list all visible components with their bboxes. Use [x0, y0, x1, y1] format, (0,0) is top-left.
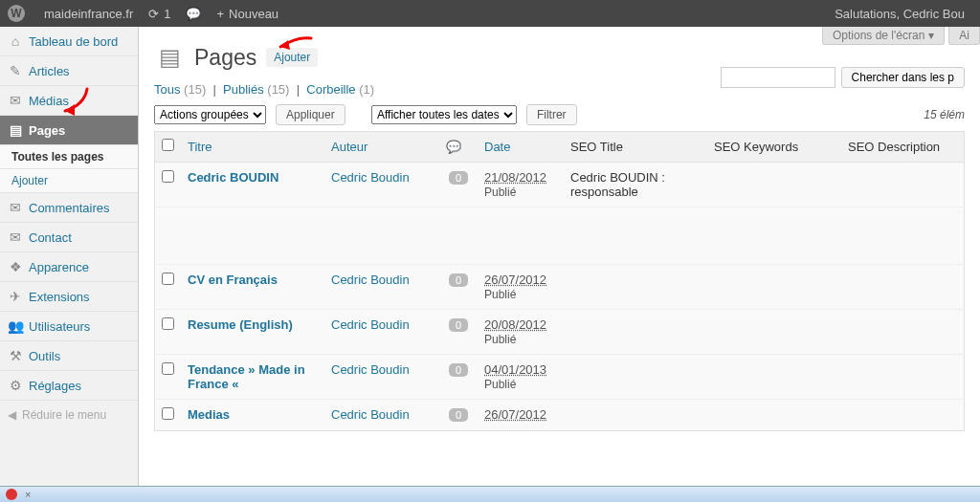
row-seo-keywords [707, 355, 841, 400]
filter-published-count: (15) [267, 82, 289, 97]
filter-published[interactable]: Publiés [223, 82, 264, 97]
row-comment-count[interactable]: 0 [449, 318, 468, 332]
sidebar-item-settings[interactable]: ⚙Réglages [0, 371, 138, 400]
row-seo-keywords [707, 400, 841, 431]
taskbar-close-icon[interactable]: × [25, 489, 31, 500]
row-status: Publié [484, 333, 516, 346]
new-link[interactable]: +Nouveau [209, 7, 286, 21]
settings-icon: ⚙ [8, 378, 23, 393]
site-link[interactable]: maideinfrance.fr [36, 7, 141, 21]
search-button[interactable]: Chercher dans les p [841, 67, 965, 88]
row-author-link[interactable]: Cedric Boudin [331, 170, 410, 185]
sidebar-item-posts[interactable]: ✎Articles [0, 56, 138, 85]
sidebar-item-label: Utilisateurs [29, 319, 90, 334]
submenu-all-pages[interactable]: Toutes les pages [0, 145, 138, 168]
row-title-link[interactable]: Resume (English) [188, 317, 293, 332]
pin-icon: ✎ [8, 63, 23, 78]
screen-options-tab[interactable]: Options de l'écran▾ [822, 27, 945, 45]
comment-icon: 💬 [186, 7, 201, 21]
new-label: Nouveau [229, 7, 278, 21]
col-seo-desc: SEO Description [841, 132, 965, 163]
col-author[interactable]: Auteur [331, 140, 368, 154]
filter-button[interactable]: Filtrer [526, 104, 577, 125]
sidebar-item-plugins[interactable]: ✈Extensions [0, 282, 138, 311]
sidebar-item-label: Articles [29, 64, 70, 78]
sidebar-item-dashboard[interactable]: ⌂Tableau de bord [0, 27, 138, 55]
row-title-link[interactable]: CV en Français [188, 273, 278, 287]
row-title-link[interactable]: Medias [188, 407, 230, 422]
sidebar-item-appearance[interactable]: ❖Apparence [0, 252, 138, 281]
help-tab[interactable]: Ai [948, 27, 980, 45]
row-seo-keywords [707, 163, 841, 207]
search-input[interactable] [721, 67, 835, 88]
row-title-link[interactable]: Tendance » Made in France « [188, 362, 305, 391]
row-author-link[interactable]: Cedric Boudin [331, 362, 410, 377]
submenu-add-page[interactable]: Ajouter [0, 169, 138, 192]
search-box: Chercher dans les p [721, 67, 965, 88]
row-status: Publié [484, 186, 516, 199]
row-comment-count[interactable]: 0 [449, 363, 468, 377]
admin-sidebar: ⌂Tableau de bord ✎Articles ✉Médias ▤Page… [0, 27, 139, 502]
sidebar-item-comments[interactable]: ✉Commentaires [0, 193, 138, 222]
media-icon: ✉ [8, 93, 23, 108]
chevron-down-icon: ▾ [928, 29, 934, 42]
row-author-link[interactable]: Cedric Boudin [331, 407, 410, 422]
updates-count: 1 [164, 7, 170, 21]
row-checkbox[interactable] [162, 407, 174, 420]
row-author-link[interactable]: Cedric Boudin [331, 317, 410, 332]
comments-link[interactable]: 💬 [178, 7, 209, 21]
sidebar-item-contact[interactable]: ✉Contact [0, 223, 138, 251]
row-seo-title [564, 355, 707, 400]
select-all-checkbox[interactable] [162, 139, 174, 151]
row-checkbox[interactable] [162, 170, 174, 183]
page-title: Pages [194, 45, 256, 71]
pages-icon: ▤ [8, 122, 23, 138]
collapse-icon: ◀ [8, 408, 16, 422]
sidebar-item-label: Outils [29, 349, 60, 363]
account-link[interactable]: Salutations, Cedric Bou [827, 7, 972, 21]
row-title-link[interactable]: Cedric BOUDIN [188, 170, 278, 185]
wp-logo-icon[interactable]: W [8, 5, 25, 22]
sidebar-item-label: Contact [29, 230, 72, 245]
updates-link[interactable]: ⟳1 [141, 7, 178, 21]
col-title[interactable]: Titre [188, 140, 212, 154]
date-filter-select[interactable]: Afficher toutes les dates [371, 105, 517, 124]
help-label: Ai [959, 29, 969, 42]
sidebar-item-media[interactable]: ✉Médias [0, 86, 138, 115]
collapse-menu[interactable]: ◀Réduire le menu [0, 401, 138, 429]
appearance-icon: ❖ [8, 259, 23, 274]
site-name: maideinfrance.fr [44, 7, 133, 21]
table-row: Cedric BOUDINCedric Boudin021/08/2012Pub… [155, 163, 965, 207]
row-checkbox[interactable] [162, 317, 174, 330]
filter-trash[interactable]: Corbeille [306, 82, 355, 97]
table-row: Resume (English)Cedric Boudin020/08/2012… [155, 310, 965, 355]
filter-all[interactable]: Tous [154, 82, 180, 97]
contact-icon: ✉ [8, 229, 23, 245]
sidebar-item-tools[interactable]: ⚒Outils [0, 341, 138, 370]
row-comment-count[interactable]: 0 [449, 171, 468, 185]
collapse-label: Réduire le menu [22, 408, 106, 422]
col-seo-keywords: SEO Keywords [707, 132, 841, 163]
taskbar-app-icon[interactable] [6, 489, 17, 500]
col-date[interactable]: Date [484, 140, 510, 154]
row-seo-title [564, 265, 707, 310]
row-date: 26/07/2012 [484, 407, 546, 422]
sidebar-item-users[interactable]: 👥Utilisateurs [0, 312, 138, 340]
home-icon: ⌂ [8, 33, 23, 49]
bulk-apply-button[interactable]: Appliquer [276, 104, 345, 125]
table-row: Tendance » Made in France «Cedric Boudin… [155, 355, 965, 400]
bulk-action-select[interactable]: Actions groupées [154, 105, 266, 124]
sidebar-item-pages[interactable]: ▤Pages [0, 116, 138, 144]
row-checkbox[interactable] [162, 362, 174, 375]
table-row: MediasCedric Boudin026/07/2012 [155, 400, 965, 431]
table-row: CV en FrançaisCedric Boudin026/07/2012Pu… [155, 265, 965, 310]
add-new-button[interactable]: Ajouter [266, 48, 318, 67]
row-checkbox[interactable] [162, 273, 174, 285]
comments-icon: ✉ [8, 200, 23, 215]
plus-icon: + [216, 7, 224, 21]
row-comment-count[interactable]: 0 [449, 408, 468, 422]
sidebar-item-label: Apparence [29, 260, 89, 274]
item-count: 15 élém [924, 108, 965, 121]
row-author-link[interactable]: Cedric Boudin [331, 273, 410, 287]
row-comment-count[interactable]: 0 [449, 273, 468, 287]
